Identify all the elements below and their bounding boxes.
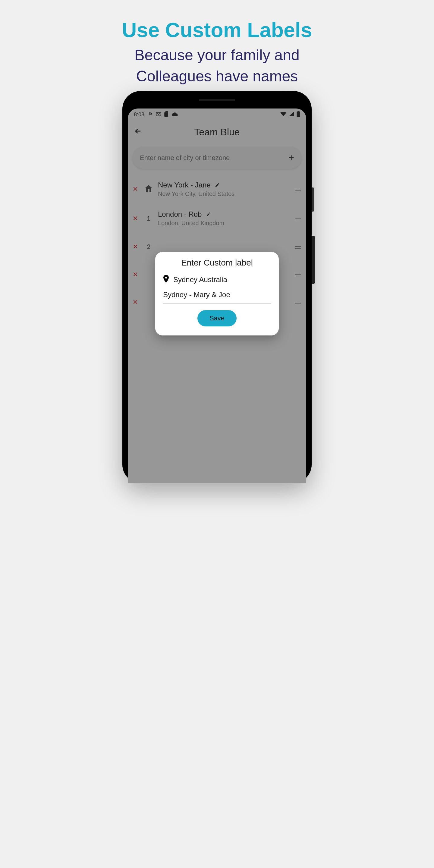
promo-subtitle-line1: Because your family and [134, 47, 300, 64]
dialog-title: Enter Custom label [163, 258, 271, 268]
custom-label-input[interactable] [163, 290, 271, 299]
promo-subtitle: Because your family and Colleagues have … [0, 41, 434, 87]
promo-title: Use Custom Labels [0, 0, 434, 41]
phone-screen: 8:08 [128, 108, 306, 483]
power-button [312, 236, 315, 284]
location-pin-icon [163, 275, 169, 284]
custom-label-dialog: Enter Custom label Sydney Australia Save [155, 252, 279, 336]
dialog-location-text: Sydney Australia [173, 276, 227, 284]
volume-button [312, 187, 314, 212]
save-button[interactable]: Save [197, 310, 237, 327]
promo-subtitle-line2: Colleagues have names [136, 68, 298, 85]
dialog-input-wrap [163, 290, 271, 304]
dialog-location-row: Sydney Australia [163, 275, 271, 284]
phone-notch [199, 99, 235, 101]
phone-frame: 8:08 [122, 91, 312, 483]
